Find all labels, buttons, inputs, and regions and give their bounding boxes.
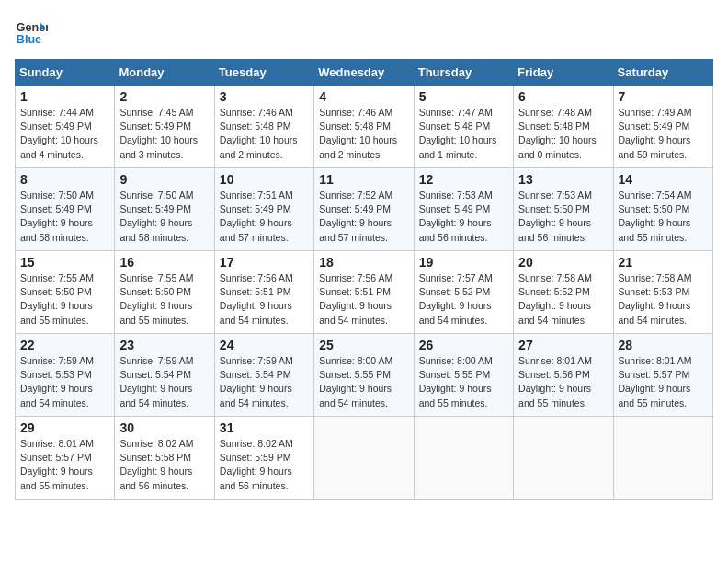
- calendar-week-row: 29 Sunrise: 8:01 AM Sunset: 5:57 PM Dayl…: [16, 417, 713, 500]
- sunrise-label: Sunrise: 7:44 AM: [20, 107, 94, 118]
- weekday-header-saturday: Saturday: [613, 60, 712, 86]
- logo: General Blue: [15, 15, 48, 48]
- daylight-label: Daylight: 9 hours and 54 minutes.: [619, 300, 691, 325]
- sunrise-label: Sunrise: 7:51 AM: [220, 190, 293, 201]
- day-info: Sunrise: 7:53 AM Sunset: 5:49 PM Dayligh…: [419, 189, 508, 245]
- day-number: 28: [619, 338, 708, 352]
- svg-text:Blue: Blue: [17, 33, 41, 46]
- calendar-cell: [314, 417, 414, 500]
- day-info: Sunrise: 7:59 AM Sunset: 5:53 PM Dayligh…: [20, 354, 109, 410]
- calendar-week-row: 1 Sunrise: 7:44 AM Sunset: 5:49 PM Dayli…: [16, 86, 713, 168]
- calendar-cell: 28 Sunrise: 8:01 AM Sunset: 5:57 PM Dayl…: [613, 334, 712, 417]
- day-info: Sunrise: 7:53 AM Sunset: 5:50 PM Dayligh…: [518, 189, 608, 245]
- day-number: 13: [518, 172, 608, 187]
- sunrise-label: Sunrise: 7:50 AM: [20, 190, 94, 201]
- calendar-cell: 31 Sunrise: 8:02 AM Sunset: 5:59 PM Dayl…: [214, 417, 313, 500]
- day-number: 25: [319, 338, 408, 352]
- day-info: Sunrise: 7:44 AM Sunset: 5:49 PM Dayligh…: [20, 106, 109, 162]
- calendar-cell: 15 Sunrise: 7:55 AM Sunset: 5:50 PM Dayl…: [16, 251, 115, 334]
- day-info: Sunrise: 7:56 AM Sunset: 5:51 PM Dayligh…: [220, 271, 309, 327]
- sunset-label: Sunset: 5:54 PM: [220, 369, 291, 380]
- sunrise-label: Sunrise: 7:46 AM: [319, 107, 392, 118]
- day-number: 29: [20, 420, 109, 435]
- weekday-header-monday: Monday: [115, 60, 214, 86]
- daylight-label: Daylight: 10 hours and 0 minutes.: [518, 134, 597, 159]
- day-number: 24: [220, 338, 309, 352]
- day-info: Sunrise: 8:00 AM Sunset: 5:55 PM Dayligh…: [419, 354, 508, 410]
- day-number: 22: [20, 338, 109, 352]
- calendar-cell: 24 Sunrise: 7:59 AM Sunset: 5:54 PM Dayl…: [214, 334, 313, 417]
- day-number: 18: [319, 255, 408, 270]
- sunset-label: Sunset: 5:49 PM: [419, 203, 491, 214]
- sunrise-label: Sunrise: 8:02 AM: [119, 438, 193, 449]
- day-number: 1: [20, 89, 109, 104]
- sunset-label: Sunset: 5:53 PM: [20, 369, 92, 380]
- day-info: Sunrise: 8:02 AM Sunset: 5:59 PM Dayligh…: [220, 437, 309, 493]
- sunset-label: Sunset: 5:48 PM: [518, 121, 590, 132]
- calendar-cell: 21 Sunrise: 7:58 AM Sunset: 5:53 PM Dayl…: [613, 251, 712, 334]
- day-info: Sunrise: 7:59 AM Sunset: 5:54 PM Dayligh…: [220, 354, 309, 410]
- daylight-label: Daylight: 9 hours and 56 minutes.: [419, 217, 492, 242]
- sunrise-label: Sunrise: 7:56 AM: [220, 272, 293, 283]
- calendar-cell: [514, 417, 613, 500]
- daylight-label: Daylight: 9 hours and 56 minutes.: [220, 465, 292, 490]
- day-info: Sunrise: 7:45 AM Sunset: 5:49 PM Dayligh…: [119, 106, 209, 162]
- day-number: 21: [619, 255, 708, 270]
- day-number: 23: [119, 338, 209, 352]
- calendar-cell: 5 Sunrise: 7:47 AM Sunset: 5:48 PM Dayli…: [414, 86, 513, 168]
- calendar-cell: 10 Sunrise: 7:51 AM Sunset: 5:49 PM Dayl…: [214, 168, 313, 251]
- weekday-header-thursday: Thursday: [414, 60, 513, 86]
- sunset-label: Sunset: 5:59 PM: [220, 452, 291, 463]
- day-number: 3: [220, 89, 309, 104]
- sunrise-label: Sunrise: 7:59 AM: [220, 355, 293, 366]
- weekday-header-sunday: Sunday: [16, 60, 115, 86]
- day-info: Sunrise: 7:59 AM Sunset: 5:54 PM Dayligh…: [119, 354, 209, 410]
- daylight-label: Daylight: 9 hours and 55 minutes.: [619, 383, 691, 408]
- daylight-label: Daylight: 9 hours and 54 minutes.: [319, 300, 392, 325]
- sunset-label: Sunset: 5:49 PM: [319, 203, 391, 214]
- day-info: Sunrise: 7:46 AM Sunset: 5:48 PM Dayligh…: [319, 106, 408, 162]
- day-number: 11: [319, 172, 408, 187]
- sunrise-label: Sunrise: 8:00 AM: [419, 355, 493, 366]
- day-info: Sunrise: 7:47 AM Sunset: 5:48 PM Dayligh…: [419, 106, 508, 162]
- sunset-label: Sunset: 5:49 PM: [220, 203, 291, 214]
- sunset-label: Sunset: 5:58 PM: [119, 452, 191, 463]
- sunrise-label: Sunrise: 7:47 AM: [419, 107, 493, 118]
- day-number: 4: [319, 89, 408, 104]
- day-number: 30: [119, 420, 209, 435]
- sunrise-label: Sunrise: 7:53 AM: [419, 190, 493, 201]
- daylight-label: Daylight: 10 hours and 1 minute.: [419, 134, 497, 159]
- daylight-label: Daylight: 9 hours and 55 minutes.: [20, 300, 93, 325]
- calendar-cell: 4 Sunrise: 7:46 AM Sunset: 5:48 PM Dayli…: [314, 86, 414, 168]
- sunrise-label: Sunrise: 7:57 AM: [419, 272, 493, 283]
- sunrise-label: Sunrise: 8:00 AM: [319, 355, 392, 366]
- day-info: Sunrise: 7:54 AM Sunset: 5:50 PM Dayligh…: [619, 189, 708, 245]
- sunrise-label: Sunrise: 7:59 AM: [20, 355, 94, 366]
- sunset-label: Sunset: 5:48 PM: [419, 121, 491, 132]
- sunset-label: Sunset: 5:54 PM: [119, 369, 191, 380]
- sunrise-label: Sunrise: 8:01 AM: [20, 438, 94, 449]
- sunset-label: Sunset: 5:52 PM: [518, 286, 590, 297]
- calendar-cell: 29 Sunrise: 8:01 AM Sunset: 5:57 PM Dayl…: [16, 417, 115, 500]
- daylight-label: Daylight: 9 hours and 54 minutes.: [319, 383, 392, 408]
- sunrise-label: Sunrise: 7:54 AM: [619, 190, 692, 201]
- day-number: 31: [220, 420, 309, 435]
- day-number: 10: [220, 172, 309, 187]
- sunrise-label: Sunrise: 7:53 AM: [518, 190, 592, 201]
- calendar-cell: 26 Sunrise: 8:00 AM Sunset: 5:55 PM Dayl…: [414, 334, 513, 417]
- day-info: Sunrise: 7:50 AM Sunset: 5:49 PM Dayligh…: [119, 189, 209, 245]
- day-info: Sunrise: 8:01 AM Sunset: 5:57 PM Dayligh…: [619, 354, 708, 410]
- sunset-label: Sunset: 5:57 PM: [619, 369, 690, 380]
- sunset-label: Sunset: 5:51 PM: [220, 286, 291, 297]
- sunset-label: Sunset: 5:56 PM: [518, 369, 590, 380]
- day-number: 14: [619, 172, 708, 187]
- calendar-cell: 18 Sunrise: 7:56 AM Sunset: 5:51 PM Dayl…: [314, 251, 414, 334]
- daylight-label: Daylight: 9 hours and 56 minutes.: [518, 217, 591, 242]
- day-info: Sunrise: 8:01 AM Sunset: 5:56 PM Dayligh…: [518, 354, 608, 410]
- calendar-cell: 9 Sunrise: 7:50 AM Sunset: 5:49 PM Dayli…: [115, 168, 214, 251]
- day-number: 6: [518, 89, 608, 104]
- sunset-label: Sunset: 5:50 PM: [619, 203, 690, 214]
- daylight-label: Daylight: 9 hours and 55 minutes.: [619, 217, 691, 242]
- day-info: Sunrise: 7:52 AM Sunset: 5:49 PM Dayligh…: [319, 189, 408, 245]
- calendar-cell: 16 Sunrise: 7:55 AM Sunset: 5:50 PM Dayl…: [115, 251, 214, 334]
